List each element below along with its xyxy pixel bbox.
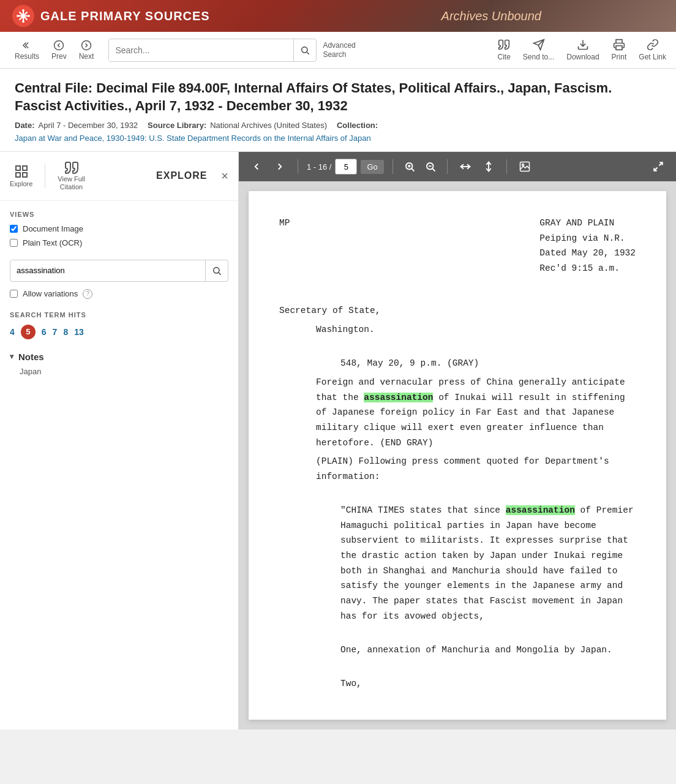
cite-button[interactable]: Cite <box>498 39 511 61</box>
source-value: National Archives (United States) <box>210 121 327 130</box>
svg-line-29 <box>432 169 435 172</box>
fullscreen-button[interactable] <box>649 159 667 175</box>
doc-telegram: 548, May 20, 9 p.m. (GRAY) <box>340 356 636 371</box>
svg-line-22 <box>219 273 221 275</box>
fit-height-button[interactable] <box>479 159 498 175</box>
notes-chevron-icon: ▾ <box>10 352 13 361</box>
nav-bar: Results Prev Next Advanced Search <box>0 32 676 69</box>
gale-logo-icon <box>12 5 34 27</box>
sidebar-header: Explore View Full Citation EXPLORE × <box>0 152 238 200</box>
svg-point-6 <box>22 20 24 23</box>
page-range: 1 - 16 / <box>307 162 331 172</box>
image-view-button[interactable] <box>516 159 534 175</box>
send-to-button[interactable]: Send to... <box>523 39 554 61</box>
header-subtitle: Archives Unbound <box>441 9 541 23</box>
zoom-out-button[interactable] <box>423 161 438 172</box>
doc-viewer: 1 - 16 / Go <box>239 152 676 729</box>
page-indicator: 1 - 16 / Go <box>307 159 384 175</box>
top-header: GALE PRIMARY SOURCES Archives Unbound <box>0 0 676 32</box>
sidebar-body: VIEWS Document Image Plain Text (OCR) <box>0 201 238 386</box>
download-button[interactable]: Download <box>566 39 599 61</box>
hit-6[interactable]: 6 <box>42 327 47 337</box>
results-button[interactable]: Results <box>10 37 44 63</box>
prev-page-button[interactable] <box>247 159 266 175</box>
views-label: VIEWS <box>10 211 228 218</box>
doc-para4: One, annexation of Manchuria and Mongoli… <box>340 643 636 658</box>
hit-8[interactable]: 8 <box>63 327 68 337</box>
print-button[interactable]: Print <box>612 39 627 61</box>
search-input[interactable] <box>109 39 293 61</box>
hit-4[interactable]: 4 <box>10 327 15 337</box>
doc-peiping: Peiping via N.R. <box>539 231 636 246</box>
allow-variations-checkbox[interactable] <box>10 290 18 298</box>
svg-line-12 <box>307 52 309 55</box>
page-input[interactable] <box>335 159 357 175</box>
date-value: April 7 - December 30, 1932 <box>39 121 138 130</box>
svg-point-8 <box>28 15 30 17</box>
sidebar-search-area <box>10 260 228 282</box>
hit-7[interactable]: 7 <box>53 327 58 337</box>
toolbar-sep-1 <box>298 159 298 174</box>
document-image-label: Document Image <box>23 224 83 233</box>
svg-rect-20 <box>16 173 20 177</box>
date-label: Date: <box>15 121 35 130</box>
get-link-button[interactable]: Get Link <box>639 39 666 61</box>
sidebar-search-button[interactable] <box>205 260 228 281</box>
doc-washington: Washington. <box>316 322 636 337</box>
toolbar-sep-2 <box>392 159 393 174</box>
svg-rect-18 <box>23 166 27 170</box>
explore-icon-area[interactable]: Explore <box>10 164 32 187</box>
notes-header[interactable]: ▾ Notes <box>10 352 228 362</box>
zoom-in-button[interactable] <box>402 161 418 172</box>
fit-width-button[interactable] <box>456 159 475 175</box>
doc-para3-after: of Premier Hamaguchi political parties i… <box>340 505 634 620</box>
allow-variations-label: Allow variations <box>23 289 78 298</box>
doc-header-block: MP GRAY AND PLAIN Peiping via N.R. Dated… <box>279 216 636 288</box>
toolbar-sep-4 <box>506 159 507 174</box>
svg-point-33 <box>522 164 524 166</box>
doc-highlight1: assassination <box>364 393 433 402</box>
doc-para5: Two, <box>340 676 636 692</box>
advanced-search-link[interactable]: Advanced Search <box>323 41 355 59</box>
hit-13[interactable]: 13 <box>74 327 84 337</box>
svg-rect-17 <box>16 166 20 170</box>
view-full-citation-label: View Full Citation <box>58 175 85 191</box>
view-full-citation-button[interactable]: View Full Citation <box>58 160 85 191</box>
svg-point-11 <box>302 47 307 52</box>
hit-numbers: 4 5 6 7 8 13 <box>10 325 228 339</box>
svg-point-10 <box>82 40 91 50</box>
sidebar-search-input[interactable] <box>10 266 205 275</box>
prev-button[interactable]: Prev <box>47 37 72 63</box>
svg-point-7 <box>17 15 19 17</box>
search-area <box>108 39 317 62</box>
svg-line-26 <box>411 169 414 172</box>
document-title: Central File: Decimal File 894.00F, Inte… <box>15 80 661 115</box>
next-button[interactable]: Next <box>74 37 99 63</box>
doc-secretary: Secretary of State, <box>279 303 636 318</box>
allow-variations-info-icon[interactable]: ? <box>83 289 92 299</box>
document-meta: Date: April 7 - December 30, 1932 Source… <box>15 121 661 143</box>
sidebar-title: EXPLORE <box>156 170 215 181</box>
document-image-checkbox[interactable] <box>10 225 18 233</box>
svg-point-21 <box>214 267 219 273</box>
sidebar-close-button[interactable]: × <box>221 169 228 183</box>
hit-5[interactable]: 5 <box>21 325 36 339</box>
nav-left: Results Prev Next <box>10 37 99 63</box>
doc-mp: MP <box>279 218 290 228</box>
nav-right: Cite Send to... Download Print <box>498 39 666 61</box>
toolbar-sep-3 <box>447 159 448 174</box>
viewer-toolbar: 1 - 16 / Go <box>239 152 676 181</box>
doc-para3-before: "CHINA TIMES states that since <box>340 505 506 515</box>
svg-rect-19 <box>23 173 27 177</box>
doc-para1: Foreign and vernacular press of China ge… <box>316 375 636 450</box>
search-button[interactable] <box>293 39 316 61</box>
doc-gray-plain: GRAY AND PLAIN <box>539 216 636 231</box>
next-page-button[interactable] <box>271 159 289 175</box>
main-area: Explore View Full Citation EXPLORE × VIE… <box>0 152 676 729</box>
go-button[interactable]: Go <box>361 160 383 174</box>
plain-text-checkbox[interactable] <box>10 239 18 247</box>
collection-value[interactable]: Japan at War and Peace, 1930-1949: U.S. … <box>15 134 371 143</box>
document-image-row: Document Image <box>10 224 228 233</box>
brand-name: GALE PRIMARY SOURCES <box>40 9 210 23</box>
notes-label: Notes <box>18 352 44 362</box>
